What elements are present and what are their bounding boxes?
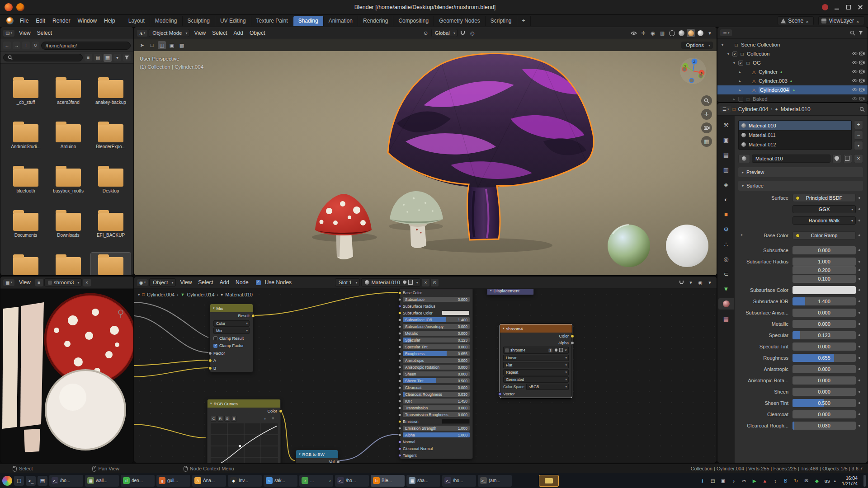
blender-logo-icon[interactable] bbox=[6, 17, 14, 24]
outliner-search-icon[interactable] bbox=[850, 30, 855, 36]
select-mode-extend-icon[interactable]: ◫ bbox=[158, 41, 166, 49]
transform-pivot-icon[interactable]: ⊙ bbox=[422, 29, 430, 37]
outliner-row[interactable]: ▾ ✓ □ OG bbox=[717, 58, 868, 67]
xray-toggle-icon[interactable]: ▥ bbox=[658, 29, 666, 37]
scene-unlink-icon[interactable] bbox=[806, 19, 811, 23]
workspace-tab[interactable]: Rendering bbox=[358, 16, 393, 26]
tray-icon-screenshot[interactable]: ✂ bbox=[741, 477, 748, 484]
row-label[interactable]: Cylinder bbox=[759, 69, 778, 75]
viewlayer-unlink-icon[interactable] bbox=[856, 19, 861, 23]
property-widget[interactable] bbox=[793, 286, 856, 294]
slot-specials-button[interactable]: ▾ bbox=[854, 141, 863, 150]
folder-item[interactable]: busybox_rootfs bbox=[48, 164, 88, 206]
zoom-icon[interactable] bbox=[701, 95, 712, 106]
mix-clamp-result-row[interactable]: Clamp Result bbox=[210, 335, 253, 343]
animate-dot-icon[interactable] bbox=[856, 278, 863, 280]
workspace-tab[interactable]: Texture Paint bbox=[251, 16, 293, 26]
image-unlink-icon[interactable]: × bbox=[83, 279, 91, 286]
taskbar-app[interactable]: >_ /ho... bbox=[335, 475, 369, 487]
image-menu-icon[interactable]: ≡ bbox=[35, 279, 43, 286]
material-property-row[interactable]: Anisotropic 0.000 bbox=[738, 365, 863, 374]
snapping-caret-icon[interactable]: ▾ bbox=[687, 278, 695, 286]
breadcrumb-object-name[interactable]: Cylinder.004 bbox=[738, 106, 769, 113]
bsdf-input-row[interactable]: Anisotropic 0.000 bbox=[400, 357, 472, 364]
bsdf-input-row[interactable]: IOR 1.450 bbox=[400, 398, 472, 404]
material-property-row[interactable]: Specular 0.123 bbox=[738, 331, 863, 340]
bsdf-input-row[interactable]: Subsurface 0.000 bbox=[400, 296, 472, 303]
menubar-menu[interactable]: File bbox=[16, 16, 32, 25]
users-count-badge[interactable]: 3 bbox=[548, 348, 552, 352]
parent-directory-icon[interactable]: ↑ bbox=[22, 42, 30, 49]
displacement-node[interactable]: Displacement bbox=[487, 289, 534, 295]
taskbar-app[interactable]: g guil... bbox=[156, 475, 190, 487]
clock[interactable]: 16:04 1/21/24 bbox=[839, 475, 860, 486]
bsdf-input-socket[interactable] bbox=[398, 332, 401, 335]
folder-item[interactable]: Desktop bbox=[91, 164, 131, 206]
bsdf-input-socket[interactable] bbox=[398, 454, 401, 457]
taskbar-app[interactable]: ♪ ... bbox=[299, 475, 333, 487]
bsdf-input-row[interactable]: Subsurface IOR 1.400 bbox=[400, 316, 472, 323]
material-slot-row[interactable]: Material.012 bbox=[739, 140, 851, 149]
workspace-tab[interactable]: Compositing bbox=[393, 16, 434, 26]
material-property-row[interactable]: Subsurface Radius 1.000 bbox=[738, 257, 863, 266]
folder-item[interactable]: Downloads bbox=[48, 208, 88, 250]
property-widget[interactable]: 0.000 bbox=[793, 343, 856, 351]
taskbar-app[interactable]: s sak... bbox=[264, 475, 297, 487]
animate-dot-icon[interactable] bbox=[856, 391, 863, 393]
curve-channel-button[interactable]: G bbox=[224, 416, 230, 422]
animate-dot-icon[interactable] bbox=[856, 220, 863, 221]
menubar-menu[interactable]: Help bbox=[100, 16, 119, 25]
editor-type-button-outliner[interactable]: ≔ bbox=[720, 29, 732, 36]
tab-output[interactable]: ▤ bbox=[720, 149, 732, 160]
bsdf-input-socket[interactable] bbox=[398, 338, 401, 342]
tray-icon-volume[interactable]: ♪ bbox=[730, 477, 737, 484]
tab-render[interactable]: ▣ bbox=[720, 134, 732, 145]
animate-dot-icon[interactable] bbox=[856, 368, 863, 370]
editor-type-button-file-browser[interactable]: ▤ bbox=[3, 30, 14, 37]
pan-hand-icon[interactable]: ✛ bbox=[701, 109, 712, 120]
object-visibility-icon[interactable] bbox=[630, 29, 638, 37]
image-texture-node[interactable]: shroom4 Color Alpha shroom4 3 bbox=[500, 324, 572, 398]
property-widget[interactable]: 0.000 bbox=[793, 376, 856, 385]
folder-item[interactable]: bluetooth bbox=[6, 164, 46, 206]
disable-render-camera-icon[interactable] bbox=[859, 51, 865, 56]
fake-user-shield-icon[interactable] bbox=[403, 280, 406, 285]
property-widget[interactable]: Color Ramp bbox=[793, 231, 856, 239]
property-widget[interactable]: 1.400 bbox=[793, 297, 856, 305]
bsdf-input-row[interactable]: Clearcoat Normal bbox=[400, 445, 472, 452]
folder-item[interactable]: EFI_BACKUP bbox=[91, 208, 131, 250]
taskbar-app[interactable]: ▦ wall... bbox=[85, 475, 119, 487]
active-tool-icon[interactable]: ➤ bbox=[138, 41, 146, 49]
curve-widget[interactable] bbox=[211, 423, 278, 463]
scene-selector[interactable]: Scene bbox=[778, 16, 814, 25]
property-widget[interactable]: 0.000 bbox=[793, 309, 856, 317]
rgb-curves-node[interactable]: RGB Curves Color CRGB ＋ ≡ bbox=[207, 399, 281, 463]
editor-type-button-shader[interactable]: ◉ bbox=[137, 279, 148, 286]
material-property-row[interactable]: 0.100 bbox=[738, 274, 863, 283]
shader-editor-menu[interactable]: Select bbox=[195, 278, 216, 286]
mix-result-socket[interactable] bbox=[251, 314, 255, 318]
overlays-caret-icon[interactable]: ▾ bbox=[706, 278, 714, 286]
bsdf-input-row[interactable]: Emission Strength 1.000 bbox=[400, 425, 472, 432]
animate-dot-icon[interactable] bbox=[856, 380, 863, 381]
bsdf-input-row[interactable]: Base Color bbox=[400, 289, 472, 296]
collection-checkbox[interactable]: ✓ bbox=[738, 61, 743, 66]
outliner-row[interactable]: ▸ △ Cylinder.003 ▲ bbox=[717, 76, 868, 85]
properties-search-icon[interactable] bbox=[859, 107, 865, 112]
menubar-menu[interactable]: Edit bbox=[32, 16, 49, 25]
hide-eye-icon[interactable] bbox=[852, 60, 858, 66]
property-widget[interactable]: 1.000 bbox=[793, 258, 856, 266]
viewport-menu[interactable]: Add bbox=[231, 29, 246, 37]
breadcrumb-object[interactable]: Cylinder.004 bbox=[147, 292, 175, 297]
folder-item[interactable]: _cb_stuff bbox=[6, 75, 46, 117]
tab-tool[interactable]: ⚒ bbox=[720, 119, 732, 131]
disable-render-camera-icon[interactable] bbox=[859, 69, 865, 75]
row-label[interactable]: Baked bbox=[753, 96, 768, 102]
transform-orientation-selector[interactable]: Global bbox=[431, 29, 458, 37]
bsdf-input-row[interactable]: Metallic 0.000 bbox=[400, 330, 472, 337]
tab-world[interactable]: ◐ bbox=[720, 194, 732, 205]
surface-section-header[interactable]: ▾ Surface bbox=[738, 181, 863, 191]
bsdf-input-socket[interactable] bbox=[398, 433, 401, 436]
folder-item[interactable]: Documents bbox=[6, 208, 46, 250]
val-output-row[interactable]: Val bbox=[296, 458, 338, 463]
